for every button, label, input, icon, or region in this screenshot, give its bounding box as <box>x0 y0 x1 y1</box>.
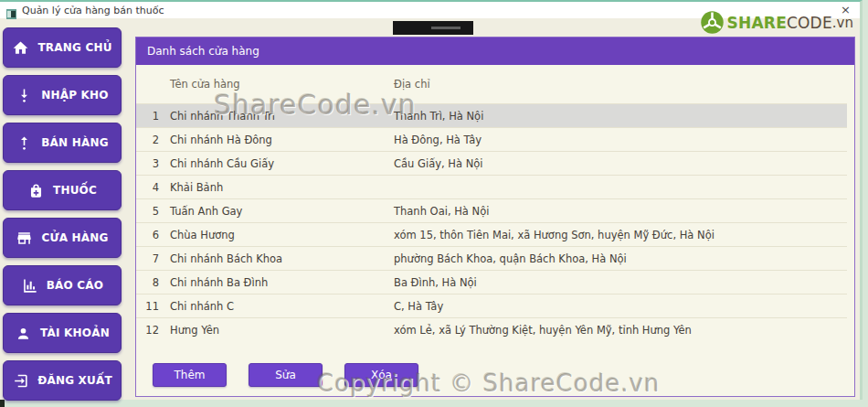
export-arrow-icon <box>16 134 33 152</box>
sidebar-button-label: TÀI KHOẢN <box>40 327 110 339</box>
brand-tld-text: .vn <box>832 15 853 31</box>
sidebar-button[interactable]: BÁO CÁO <box>3 265 122 305</box>
sidebar-button-label: BÁN HÀNG <box>41 136 108 149</box>
panel-header: Danh sách cửa hàng <box>136 37 854 65</box>
row-number-cell: 7 <box>136 252 170 265</box>
store-name-cell: Chi nhánh Thanh Trì <box>170 110 394 123</box>
row-number-cell: 6 <box>136 229 170 241</box>
store-name-cell: Khải Bảnh <box>170 181 394 194</box>
store-address-cell: phường Bách Khoa, quận Bách Khoa, Hà Nội <box>394 252 847 265</box>
row-number-cell: 2 <box>136 134 170 146</box>
row-number-cell: 11 <box>136 300 170 313</box>
store-address-cell: C, Hà Tây <box>394 300 847 313</box>
sidebar: TRANG CHỦ NHẬP KHO BÁN HÀNG THUỐC CỬA HÀ… <box>3 27 122 401</box>
sharecode-recycle-icon <box>700 10 725 35</box>
row-number-cell: 12 <box>136 324 170 337</box>
action-button-label: Sửa <box>275 369 296 381</box>
store-name-cell: Chi nhánh C <box>170 300 394 313</box>
table-row[interactable]: 5 Tuấn Anh Gay Thanh Oai, Hà Nội <box>136 198 847 222</box>
action-button[interactable]: Sửa <box>249 363 323 387</box>
brand-code-text: CODE <box>787 14 832 32</box>
sidebar-button[interactable]: TRANG CHỦ <box>3 27 122 68</box>
store-address-cell: Ba Đình, Hà Nội <box>394 276 847 289</box>
sidebar-button[interactable]: TÀI KHOẢN <box>3 313 122 353</box>
sidebar-button-label: THUỐC <box>53 184 97 197</box>
table-row[interactable]: 3 Chi nhánh Cầu Giấy Cầu Giấy, Hà Nội <box>136 151 847 175</box>
store-address-cell: xóm Lẻ, xã Lý Thường Kiệt, huyện Yên Mỹ,… <box>394 324 847 337</box>
row-number-cell: 8 <box>136 276 170 289</box>
action-buttons: Thêm Sửa Xóa <box>153 363 418 387</box>
redaction-dash <box>431 27 460 29</box>
store-address-cell: xóm 15, thôn Tiên Mai, xã Hương Sơn, huy… <box>394 229 847 241</box>
sidebar-button[interactable]: ĐĂNG XUẤT <box>3 360 122 401</box>
sidebar-button[interactable]: CỬA HÀNG <box>3 218 122 258</box>
bar-chart-icon <box>21 277 38 295</box>
table-row[interactable]: 6 Chùa Hương xóm 15, thôn Tiên Mai, xã H… <box>136 222 847 246</box>
row-number-cell: 1 <box>136 110 170 123</box>
table-row[interactable]: 2 Chi nhánh Hà Đông Hà Đông, Hà Tây <box>136 127 847 151</box>
table-row[interactable]: 12 Hưng Yên xóm Lẻ, xã Lý Thường Kiệt, h… <box>136 317 847 341</box>
sidebar-button[interactable]: NHẬP KHO <box>3 75 122 115</box>
table-row[interactable]: 11 Chi nhánh C C, Hà Tây <box>136 294 847 317</box>
panel-body: Tên cửa hàng Địa chỉ 1 Chi nhánh Thanh T… <box>136 65 854 396</box>
import-arrow-icon <box>16 87 33 104</box>
sidebar-button-label: TRANG CHỦ <box>37 41 111 54</box>
action-button[interactable]: Thêm <box>153 363 227 387</box>
store-address-cell: Cầu Giấy, Hà Nội <box>394 157 847 170</box>
store-name-cell: Chi nhánh Bách Khoa <box>170 252 394 265</box>
store-address-cell: Thanh Trì, Hà Nội <box>394 110 847 123</box>
sidebar-button[interactable]: BÁN HÀNG <box>3 123 122 163</box>
row-number-cell: 5 <box>136 205 170 218</box>
window-icon <box>6 5 16 16</box>
sidebar-button-label: NHẬP KHO <box>41 89 109 102</box>
action-button-label: Xóa <box>371 369 392 381</box>
action-button[interactable]: Xóa <box>344 363 418 387</box>
sidebar-button-label: ĐĂNG XUẤT <box>37 374 112 387</box>
table-header-row: Tên cửa hàng Địa chỉ <box>136 65 854 103</box>
action-button-label: Thêm <box>174 369 205 381</box>
sidebar-button[interactable]: THUỐC <box>3 170 122 210</box>
sidebar-button-label: CỬA HÀNG <box>41 231 108 244</box>
table-row[interactable]: 4 Khải Bảnh <box>136 175 847 198</box>
app-window: Quản lý cửa hàng bán thuốc × SHARECODE.v… <box>0 0 863 400</box>
home-icon <box>12 39 29 57</box>
window-title: Quản lý cửa hàng bán thuốc <box>22 5 164 16</box>
store-name-cell: Chi nhánh Cầu Giấy <box>170 157 394 170</box>
sidebar-button-label: BÁO CÁO <box>47 279 104 292</box>
logout-icon <box>12 372 29 390</box>
store-name-cell: Chùa Hương <box>170 229 394 241</box>
store-name-cell: Chi nhánh Hà Đông <box>170 134 394 146</box>
store-address-cell: Thanh Oai, Hà Nội <box>394 205 847 218</box>
column-header-address[interactable]: Địa chỉ <box>394 78 854 91</box>
storefront-icon <box>16 230 33 247</box>
user-icon <box>15 325 32 342</box>
store-table: 1 Chi nhánh Thanh Trì Thanh Trì, Hà Nội … <box>136 103 847 341</box>
store-name-cell: Tuấn Anh Gay <box>170 205 394 218</box>
table-row[interactable]: 7 Chi nhánh Bách Khoa phường Bách Khoa, … <box>136 246 847 270</box>
redaction-overlay <box>393 21 473 35</box>
column-header-name[interactable]: Tên cửa hàng <box>170 78 394 91</box>
row-number-cell: 3 <box>136 157 170 170</box>
store-name-cell: Hưng Yên <box>170 324 394 337</box>
taskbar-remnant <box>0 400 5 407</box>
store-address-cell: Hà Đông, Hà Tây <box>394 134 847 146</box>
row-number-cell: 4 <box>136 181 170 194</box>
brand-share-text: SHARE <box>727 14 787 32</box>
store-name-cell: Chi nhánh Ba Đình <box>170 276 394 289</box>
panel-title: Danh sách cửa hàng <box>147 45 259 58</box>
sharecode-logo: SHARECODE.vn <box>700 10 853 35</box>
table-row[interactable]: 1 Chi nhánh Thanh Trì Thanh Trì, Hà Nội <box>136 103 847 127</box>
store-list-panel: Danh sách cửa hàng Tên cửa hàng Địa chỉ … <box>135 37 855 397</box>
table-row[interactable]: 8 Chi nhánh Ba Đình Ba Đình, Hà Nội <box>136 270 847 294</box>
medicine-bag-icon <box>27 182 45 199</box>
